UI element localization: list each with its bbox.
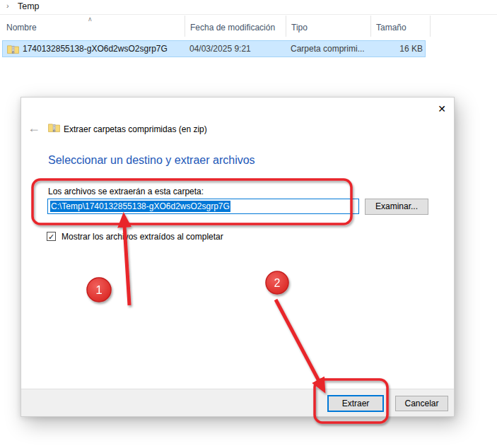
column-header-size[interactable]: Tamaño [371,16,431,37]
file-size: 16 KB [356,44,423,54]
file-row-zip[interactable]: 1740132855138-gXO6d2wsO2sgrp7G 04/03/202… [2,40,426,57]
checkbox-checked-icon[interactable]: ✓ [47,232,56,241]
breadcrumb-folder-temp[interactable]: Temp [18,1,40,11]
column-header-date[interactable]: Fecha de modificación [185,16,286,37]
checkbox-label: Mostrar los archivos extraídos al comple… [62,232,223,242]
destination-label: Los archivos se extraerán a esta carpeta… [48,187,204,196]
extract-button[interactable]: Extraer [327,395,384,412]
file-explorer-pane: › Temp ∧ Nombre Fecha de modificación Ti… [0,0,497,71]
back-arrow-icon[interactable]: ← [28,121,40,136]
file-date: 04/03/2025 9:21 [189,44,251,54]
file-name: 1740132855138-gXO6d2wsO2sgrp7G [23,44,168,54]
breadcrumb: › Temp [0,0,497,15]
close-icon[interactable]: ✕ [434,101,450,117]
zip-folder-icon [48,122,60,136]
file-type: Carpeta comprimi... [291,44,365,54]
dialog-footer: Extraer Cancelar [21,389,454,416]
breadcrumb-chevron-icon: › [6,1,9,10]
destination-path-input[interactable]: C:\Temp\1740132855138-gXO6d2wsO2sgrp7G [47,199,359,214]
selected-path-text: C:\Temp\1740132855138-gXO6d2wsO2sgrp7G [50,201,230,212]
dialog-title: Extraer carpetas comprimidas (en zip) [64,124,207,134]
cancel-button[interactable]: Cancelar [395,396,448,411]
column-header-type[interactable]: Tipo [286,16,371,37]
column-header-name[interactable]: Nombre [1,16,185,37]
extract-dialog: ✕ ← Extraer carpetas comprimidas (en zip… [21,97,455,417]
zip-folder-icon [7,43,19,57]
column-header-row: ∧ Nombre Fecha de modificación Tipo Tama… [0,16,497,37]
browse-button[interactable]: Examinar... [365,199,428,215]
dialog-heading: Seleccionar un destino y extraer archivo… [48,154,255,167]
